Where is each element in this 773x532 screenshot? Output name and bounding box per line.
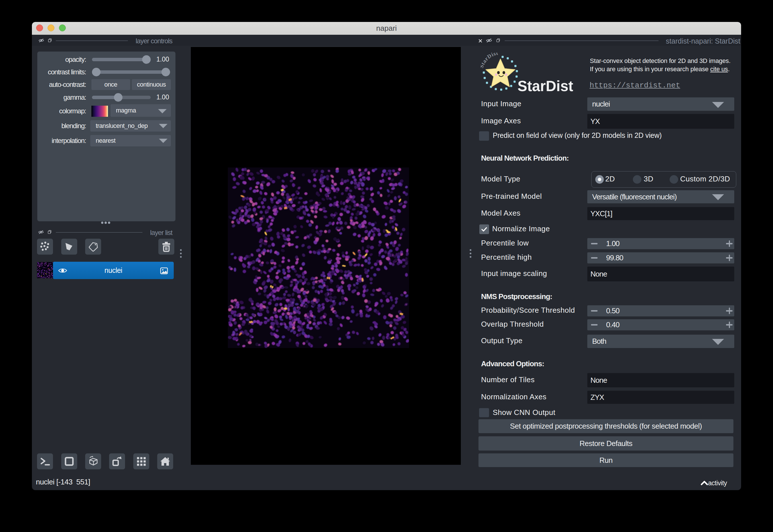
svg-text:StarDist: StarDist	[480, 53, 499, 69]
